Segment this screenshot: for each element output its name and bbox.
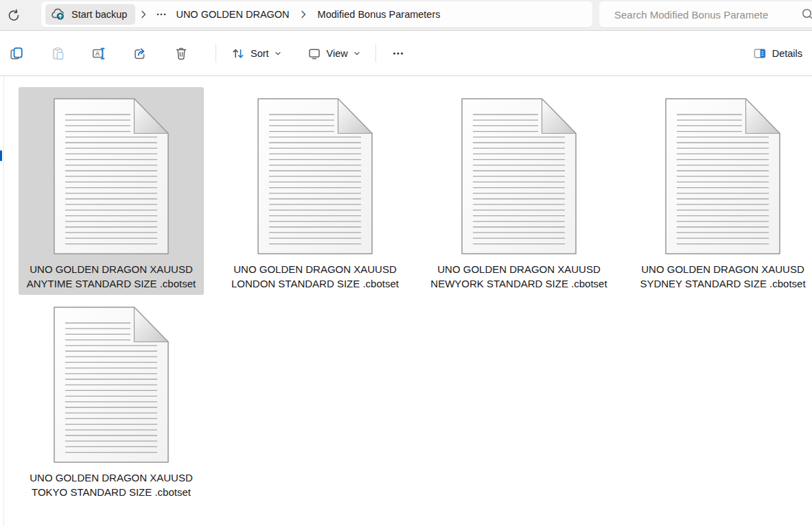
delete-button[interactable] [166,40,196,67]
rename-button[interactable]: A [84,40,114,67]
breadcrumb-overflow-button[interactable] [152,5,170,24]
breadcrumb: Start backup UNO GOLDEN DRAGON Modified … [41,1,592,27]
file-name-line-1: UNO GOLDEN DRAGON XAUUSD [640,263,805,277]
file-name-line-2: LONDON STANDARD SIZE .cbotset [231,277,399,291]
pane-divider [3,76,4,526]
file-item[interactable]: UNO GOLDEN DRAGON XAUUSD SYDNEY STANDARD… [630,87,812,295]
address-toolbar: Start backup UNO GOLDEN DRAGON Modified … [0,0,812,31]
file-name: UNO GOLDEN DRAGON XAUUSD LONDON STANDARD… [231,263,399,291]
refresh-icon [7,8,21,22]
file-item[interactable]: UNO GOLDEN DRAGON XAUUSD LONDON STANDARD… [222,87,408,295]
svg-text:A: A [95,50,100,57]
more-options-button[interactable] [384,40,412,67]
toolbar-separator [216,45,216,62]
view-button[interactable]: View [301,40,367,67]
file-name-line-2: NEWYORK STANDARD SIZE .cbotset [430,277,607,291]
details-label: Details [772,48,802,59]
document-icon [54,296,169,463]
paste-icon [51,47,65,60]
file-grid: UNO GOLDEN DRAGON XAUUSD ANYTIME STANDAR… [0,76,812,504]
sort-label: Sort [251,48,269,59]
document-icon [665,87,780,254]
search-box [599,1,812,27]
view-label: View [327,48,348,59]
file-item[interactable]: UNO GOLDEN DRAGON XAUUSD ANYTIME STANDAR… [19,87,204,295]
search-input[interactable] [613,1,801,27]
magnifier-icon [802,8,812,25]
file-name-line-1: UNO GOLDEN DRAGON XAUUSD [27,263,196,277]
document-icon [461,87,577,254]
sort-arrows-icon [231,47,245,60]
file-name: UNO GOLDEN DRAGON XAUUSD ANYTIME STANDAR… [27,263,196,291]
file-name: UNO GOLDEN DRAGON XAUUSD NEWYORK STANDAR… [430,263,607,291]
chevron-down-icon [353,50,360,57]
file-name-line-2: TOKYO STANDARD SIZE .cbotset [30,486,193,500]
copy-icon [10,47,23,60]
file-name-line-2: ANYTIME STANDARD SIZE .cbotset [27,277,196,291]
paste-button[interactable] [43,40,73,67]
file-name-line-1: UNO GOLDEN DRAGON XAUUSD [30,471,193,486]
ellipsis-icon [156,9,167,20]
command-bar: A [0,31,812,76]
details-button[interactable]: Details [746,40,809,67]
share-button[interactable] [125,40,155,67]
breadcrumb-item-folder[interactable]: UNO GOLDEN DRAGON [170,6,294,23]
refresh-button[interactable] [0,3,27,27]
monitor-icon [308,47,321,60]
nav-selection-indicator [0,150,2,161]
file-name: UNO GOLDEN DRAGON XAUUSD SYDNEY STANDARD… [640,263,805,291]
trash-icon [174,47,188,60]
start-backup-label: Start backup [71,9,127,20]
chevron-right-icon [301,10,307,19]
sort-button[interactable]: Sort [224,40,288,67]
breadcrumb-item-current[interactable]: Modified Bonus Parameters [312,6,446,23]
toolbar-separator [375,45,376,62]
file-name: UNO GOLDEN DRAGON XAUUSD TOKYO STANDARD … [30,471,193,499]
document-icon [54,87,169,254]
ellipsis-icon [391,47,405,60]
onedrive-cloud-upload-icon [51,8,66,21]
start-backup-button[interactable]: Start backup [45,4,135,25]
file-name-line-2: SYDNEY STANDARD SIZE .cbotset [640,277,805,291]
file-item[interactable]: UNO GOLDEN DRAGON XAUUSD TOKYO STANDARD … [19,296,204,503]
share-icon [133,47,147,60]
file-name-line-1: UNO GOLDEN DRAGON XAUUSD [231,263,399,277]
details-panel-icon [753,47,767,60]
document-icon [257,87,373,254]
copy-button[interactable] [1,40,32,67]
file-name-line-1: UNO GOLDEN DRAGON XAUUSD [430,263,607,277]
chevron-down-icon [275,50,281,57]
chevron-right-icon [141,10,147,19]
file-item[interactable]: UNO GOLDEN DRAGON XAUUSD NEWYORK STANDAR… [426,87,612,295]
rename-icon: A [92,47,106,60]
